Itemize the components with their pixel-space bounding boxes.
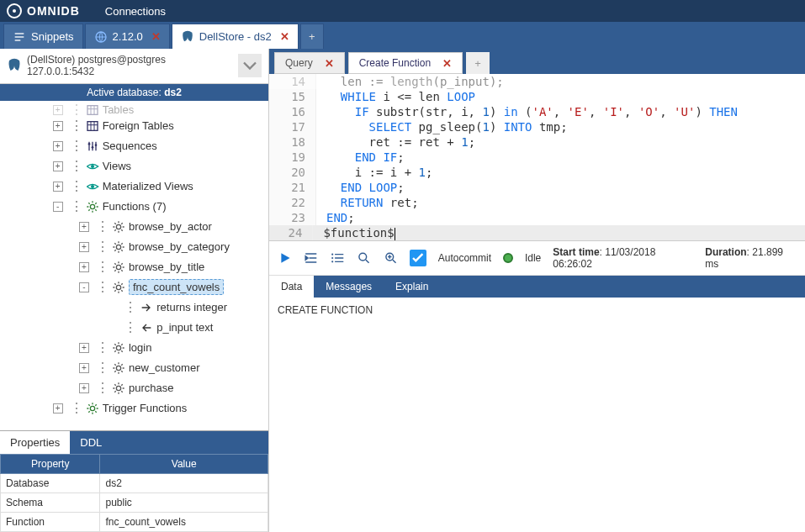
menu-dots-icon[interactable]: ⋮ xyxy=(124,319,136,335)
tab-add-button[interactable]: + xyxy=(300,24,324,49)
result-tab-messages[interactable]: Messages xyxy=(314,276,384,298)
code-line[interactable]: 22 RETURN ret; xyxy=(269,195,805,210)
tree-toggle[interactable]: + xyxy=(79,262,89,272)
tree-toggle[interactable]: + xyxy=(53,403,63,413)
tree-toggle[interactable]: + xyxy=(79,363,89,373)
tree-item[interactable]: +⋮Sequences xyxy=(0,136,268,156)
menu-dots-icon[interactable]: ⋮ xyxy=(70,158,82,174)
inner-tab-add[interactable]: + xyxy=(466,52,490,74)
menu-dots-icon[interactable]: ⋮ xyxy=(96,340,109,356)
menu-dots-icon[interactable]: ⋮ xyxy=(96,380,109,396)
list-icon[interactable] xyxy=(331,250,345,266)
close-icon[interactable]: ✕ xyxy=(280,30,289,43)
connection-header[interactable]: (DellStore) postgres@postgres 127.0.0.1:… xyxy=(0,49,268,84)
code-line[interactable]: 20 i := i + 1; xyxy=(269,165,805,180)
tab-ddl[interactable]: DDL xyxy=(70,431,112,454)
code-line[interactable]: 17 SELECT pg_sleep(1) INTO tmp; xyxy=(269,119,805,134)
zoom-in-icon[interactable] xyxy=(384,250,398,266)
menu-dots-icon[interactable]: ⋮ xyxy=(70,118,82,134)
tree-toggle[interactable]: + xyxy=(53,182,63,192)
inner-tab-create-function[interactable]: Create Function ✕ xyxy=(348,52,463,74)
connections-link[interactable]: Connections xyxy=(105,5,166,18)
tree-item[interactable]: +⋮Materialized Views xyxy=(0,176,268,197)
menu-dots-icon[interactable]: ⋮ xyxy=(70,138,82,154)
tab-version[interactable]: 2.12.0 ✕ xyxy=(85,24,170,49)
code-content[interactable]: WHILE i <= len LOOP xyxy=(316,89,475,104)
topbar: OMNIDB Connections xyxy=(0,0,805,22)
code-content[interactable]: END LOOP; xyxy=(316,180,405,195)
col-property: Property xyxy=(1,455,100,474)
menu-dots-icon[interactable]: ⋮ xyxy=(70,178,82,194)
editor-toolbar: Autocommit Idle Start time: 11/03/2018 0… xyxy=(269,241,805,276)
tree-toggle[interactable]: + xyxy=(53,161,63,171)
inner-tab-query[interactable]: Query ✕ xyxy=(274,52,345,74)
menu-dots-icon[interactable]: ⋮ xyxy=(96,279,109,295)
close-icon[interactable]: ✕ xyxy=(325,57,334,70)
code-content[interactable]: END; xyxy=(316,210,355,225)
tree-item[interactable]: +⋮browse_by_title xyxy=(0,257,268,277)
tree-toggle[interactable]: + xyxy=(79,383,89,393)
tree-toggle[interactable]: + xyxy=(79,222,89,232)
menu-dots-icon[interactable]: ⋮ xyxy=(96,239,109,255)
tree-item[interactable]: -⋮fnc_count_vowels xyxy=(0,277,268,298)
menu-dots-icon[interactable]: ⋮ xyxy=(96,219,109,234)
code-content[interactable]: ret := ret + 1; xyxy=(316,134,475,150)
code-content[interactable]: len := length(p_input); xyxy=(316,74,504,89)
code-content[interactable]: RETURN ret; xyxy=(316,195,419,210)
tab-snippets[interactable]: Snippets xyxy=(3,24,83,49)
tree-item[interactable]: +⋮login xyxy=(0,338,268,358)
code-line[interactable]: 24$function$ xyxy=(269,225,805,240)
tree-toggle[interactable]: - xyxy=(53,202,63,212)
code-content[interactable]: SELECT pg_sleep(1) INTO tmp; xyxy=(316,119,568,134)
tree-toggle[interactable]: + xyxy=(53,121,63,131)
tree-toggle[interactable]: + xyxy=(79,343,89,353)
code-content[interactable]: IF substr(str, i, 1) in ('A', 'E', 'I', … xyxy=(316,104,738,119)
tree-item[interactable]: +⋮Foreign Tables xyxy=(0,116,268,136)
indent-icon[interactable] xyxy=(304,250,318,266)
tree-item[interactable]: ⋮p_input text xyxy=(0,318,268,338)
tree-item[interactable]: +⋮new_customer xyxy=(0,358,268,378)
tree-toggle[interactable]: + xyxy=(53,141,63,151)
tree-toggle[interactable]: - xyxy=(79,282,89,292)
gear-grey-icon xyxy=(112,361,125,375)
search-icon[interactable] xyxy=(357,250,371,266)
result-tab-explain[interactable]: Explain xyxy=(384,276,440,298)
tab-label: Query xyxy=(285,57,313,69)
tree-toggle[interactable]: + xyxy=(79,242,89,252)
run-button[interactable] xyxy=(278,250,292,266)
start-time: Start time: 11/03/2018 06:26:02 xyxy=(553,246,693,270)
menu-dots-icon[interactable]: ⋮ xyxy=(96,259,109,275)
line-number: 15 xyxy=(269,89,316,104)
code-line[interactable]: 15 WHILE i <= len LOOP xyxy=(269,89,805,104)
tree-item[interactable]: +⋮Views xyxy=(0,156,268,176)
code-line[interactable]: 16 IF substr(str, i, 1) in ('A', 'E', 'I… xyxy=(269,104,805,119)
tree-item[interactable]: -⋮Functions (7) xyxy=(0,197,268,217)
code-line[interactable]: 23END; xyxy=(269,210,805,225)
menu-dots-icon[interactable]: ⋮ xyxy=(70,198,82,214)
menu-dots-icon[interactable]: ⋮ xyxy=(70,400,82,416)
code-line[interactable]: 14 len := length(p_input); xyxy=(269,74,805,89)
tree-item[interactable]: ⋮returns integer xyxy=(0,298,268,318)
tree-item[interactable]: +⋮browse_by_actor xyxy=(0,217,268,237)
tree-item[interactable]: +⋮purchase xyxy=(0,378,268,398)
code-line[interactable]: 21 END LOOP; xyxy=(269,180,805,195)
object-tree[interactable]: +⋮Tables +⋮Foreign Tables +⋮Sequences +⋮… xyxy=(0,101,268,430)
code-content[interactable]: $function$ xyxy=(313,225,805,240)
tree-item[interactable]: +⋮Trigger Functions xyxy=(0,398,268,419)
autocommit-checkbox[interactable] xyxy=(410,250,426,266)
code-line[interactable]: 19 END IF; xyxy=(269,150,805,165)
svg-point-18 xyxy=(116,386,120,390)
code-content[interactable]: i := i + 1; xyxy=(316,165,432,180)
code-editor[interactable]: 14 len := length(p_input);15 WHILE i <= … xyxy=(269,74,805,241)
close-icon[interactable]: ✕ xyxy=(442,57,452,70)
tree-item[interactable]: +⋮browse_by_category xyxy=(0,237,268,257)
result-tab-data[interactable]: Data xyxy=(269,276,314,298)
collapse-button[interactable] xyxy=(238,54,262,77)
tab-properties[interactable]: Properties xyxy=(0,431,70,454)
menu-dots-icon[interactable]: ⋮ xyxy=(96,360,109,376)
code-content[interactable]: END IF; xyxy=(316,150,405,165)
code-line[interactable]: 18 ret := ret + 1; xyxy=(269,134,805,150)
tab-dellstore[interactable]: DellStore - ds2 ✕ xyxy=(172,24,299,49)
close-icon[interactable]: ✕ xyxy=(151,30,161,43)
menu-dots-icon[interactable]: ⋮ xyxy=(124,299,136,315)
